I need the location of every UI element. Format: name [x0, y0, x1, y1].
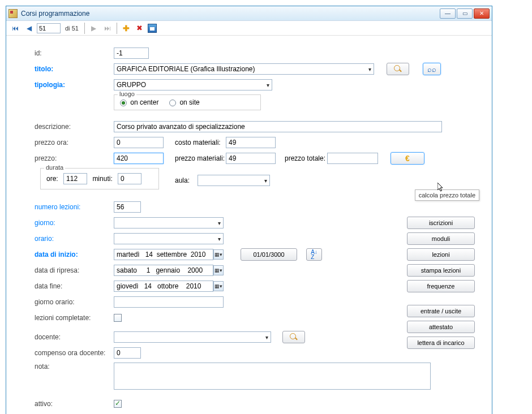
nav-prev-button[interactable]: ◀ — [23, 23, 35, 34]
aula-label: aula: — [175, 176, 198, 184]
prezzo-ora-field[interactable] — [114, 137, 164, 148]
durata-group: durata ore: minuti: — [40, 168, 159, 189]
orario-combo[interactable] — [114, 233, 224, 244]
tipologia-combo[interactable]: GRUPPO — [114, 79, 272, 90]
maximize-button[interactable]: ▭ — [457, 8, 473, 19]
prezzo-field[interactable] — [114, 153, 164, 164]
nota-field[interactable] — [114, 363, 431, 390]
ore-label: ore: — [46, 175, 58, 183]
main-window: Corsi programmazione — ▭ ✕ ⏮ ◀ di 51 ▶ ⏭… — [6, 6, 492, 414]
euro-icon: € — [405, 154, 410, 163]
id-field[interactable] — [114, 48, 149, 59]
nav-last-button[interactable]: ⏭ — [102, 23, 113, 34]
minimize-button[interactable]: — — [440, 8, 456, 19]
close-button[interactable]: ✕ — [474, 8, 490, 19]
minuti-label: minuti: — [92, 175, 112, 183]
search-icon — [290, 333, 298, 341]
frequenze-button[interactable]: frequenze — [407, 280, 475, 292]
compenso-label: compenso ora docente: — [35, 349, 114, 357]
nav-next-button[interactable]: ▶ — [88, 23, 100, 34]
lezioni-completate-checkbox[interactable] — [114, 314, 122, 322]
titolo-label: titolo: — [35, 65, 114, 73]
sort-button[interactable]: A↓Z — [306, 248, 322, 261]
entrate-uscite-button[interactable]: entrate / uscite — [407, 305, 475, 317]
data-inizio-field[interactable]: martedì 14 settembre 2010 — [114, 249, 213, 260]
on-site-label: on site — [179, 98, 199, 106]
tipologia-label: tipologia: — [35, 81, 114, 89]
calcola-tooltip: calcola prezzo totale — [415, 189, 479, 201]
delete-button[interactable]: ✖ — [134, 23, 145, 34]
nav-total-label: di 51 — [63, 25, 81, 32]
luogo-legend: luogo — [118, 90, 136, 97]
durata-legend: durata — [44, 164, 65, 171]
calcola-prezzo-button[interactable]: € — [391, 152, 424, 165]
titolo-combo[interactable]: GRAFICA EDITORIALE (Grafica Illustrazion… — [114, 63, 374, 75]
moduli-button[interactable]: moduli — [407, 232, 475, 245]
search-icon — [394, 65, 402, 73]
aula-combo[interactable] — [198, 175, 270, 186]
data-fine-field[interactable]: giovedì 14 ottobre 2010 — [114, 281, 213, 292]
save-button[interactable] — [148, 24, 157, 33]
stampa-lezioni-button[interactable]: stampa lezioni — [407, 264, 475, 277]
data-ripresa-picker[interactable]: ▦▾ — [213, 265, 224, 275]
nota-label: nota: — [35, 363, 114, 370]
titlebar[interactable]: Corsi programmazione — ▭ ✕ — [6, 6, 492, 21]
data-ripresa-field[interactable]: sabato 1 gennaio 2000 — [114, 265, 213, 276]
data-fine-picker[interactable]: ▦▾ — [213, 281, 224, 291]
nav-first-button[interactable]: ⏮ — [10, 23, 21, 34]
prezzo-materiali-field[interactable] — [226, 153, 276, 164]
search-titolo-button[interactable] — [387, 63, 409, 75]
minuti-field[interactable] — [118, 173, 141, 184]
lezioni-completate-label: lezioni completate: — [35, 314, 114, 322]
ore-field[interactable] — [63, 173, 87, 184]
window-title: Corsi programmazione — [21, 10, 440, 18]
descrizione-label: descrizione: — [35, 123, 114, 131]
giorno-combo[interactable] — [114, 217, 224, 228]
sort-icon: A↓Z — [311, 249, 318, 260]
prezzo-totale-field[interactable] — [327, 153, 378, 164]
binoculars-icon: ⌕⌕ — [427, 65, 436, 74]
id-label: id: — [35, 49, 114, 57]
prezzo-totale-label: prezzo totale: — [285, 154, 327, 162]
add-button[interactable]: ✚ — [121, 23, 132, 34]
on-center-label: on center — [130, 98, 158, 106]
lettera-incarico-button[interactable]: lettera di incarico — [407, 337, 475, 349]
iscrizioni-button[interactable]: iscrizioni — [407, 217, 475, 229]
docente-combo[interactable] — [114, 331, 271, 343]
attestato-button[interactable]: attestato — [407, 321, 475, 333]
prezzo-label: prezzo: — [35, 154, 114, 162]
costo-materiali-field[interactable] — [226, 137, 276, 148]
attivo-label: attivo: — [35, 400, 114, 408]
prezzo-ora-label: prezzo ora: — [35, 139, 114, 146]
orario-label: orario: — [35, 235, 114, 243]
nav-current-input[interactable] — [37, 23, 61, 33]
giorno-orario-label: giorno orario: — [35, 298, 114, 306]
docente-label: docente: — [35, 333, 114, 341]
on-center-radio[interactable] — [120, 100, 127, 106]
descrizione-field[interactable] — [114, 121, 442, 132]
attivo-checkbox[interactable] — [114, 400, 122, 408]
numero-lezioni-label: numero lezioni: — [35, 203, 114, 211]
date-reset-button[interactable]: 01/01/3000 — [241, 248, 297, 261]
prezzo-materiali-label: prezzo materiali: — [175, 154, 226, 162]
app-icon — [8, 9, 18, 18]
data-inizio-picker[interactable]: ▦▾ — [213, 249, 224, 260]
luogo-group: luogo on center on site — [114, 94, 261, 110]
data-fine-label: data fine: — [35, 282, 114, 290]
costo-materiali-label: costo materiali: — [175, 139, 226, 146]
data-inizio-label: data di inizio: — [35, 251, 114, 258]
giorno-label: giorno: — [35, 219, 114, 227]
find-button[interactable]: ⌕⌕ — [423, 63, 441, 75]
compenso-field[interactable] — [114, 347, 141, 359]
search-docente-button[interactable] — [282, 331, 305, 343]
lezioni-button[interactable]: lezioni — [407, 248, 475, 261]
numero-lezioni-field[interactable] — [114, 201, 141, 213]
data-ripresa-label: data di ripresa: — [35, 266, 114, 274]
giorno-orario-field[interactable] — [114, 296, 224, 308]
on-site-radio[interactable] — [169, 100, 176, 106]
nav-toolbar: ⏮ ◀ di 51 ▶ ⏭ ✚ ✖ — [6, 21, 492, 36]
